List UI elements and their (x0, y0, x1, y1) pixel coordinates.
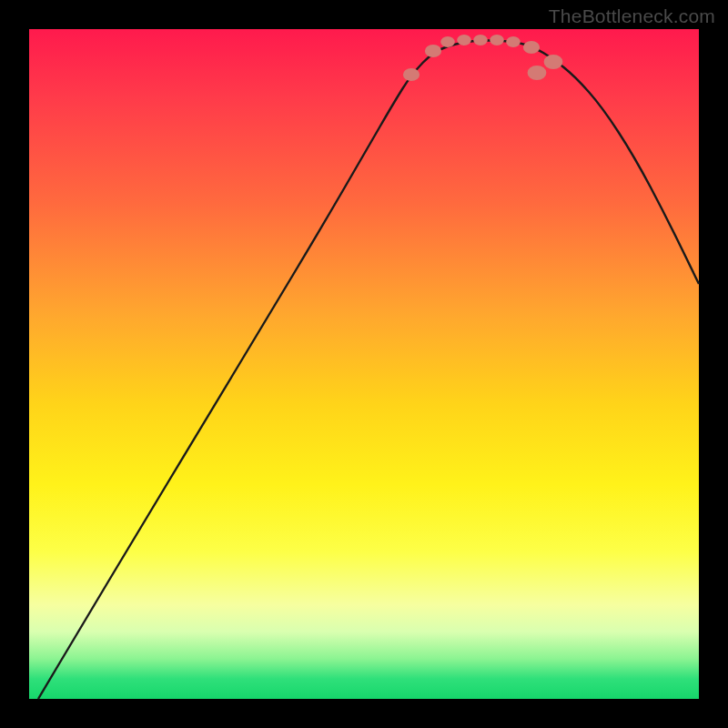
valley-marker (440, 36, 455, 47)
valley-marker (523, 41, 540, 54)
chart-plot-area (29, 29, 699, 699)
valley-marker (490, 35, 504, 46)
chart-stage: TheBottleneck.com (0, 0, 728, 728)
valley-marker (544, 55, 563, 69)
valley-marker (506, 36, 521, 47)
valley-marker (528, 66, 547, 80)
valley-marker (473, 35, 488, 46)
valley-marker (425, 45, 441, 57)
chart-svg (29, 29, 699, 699)
watermark-text: TheBottleneck.com (549, 5, 715, 27)
bottleneck-curve (38, 41, 699, 700)
valley-marker (403, 68, 420, 81)
valley-marker (457, 35, 471, 46)
